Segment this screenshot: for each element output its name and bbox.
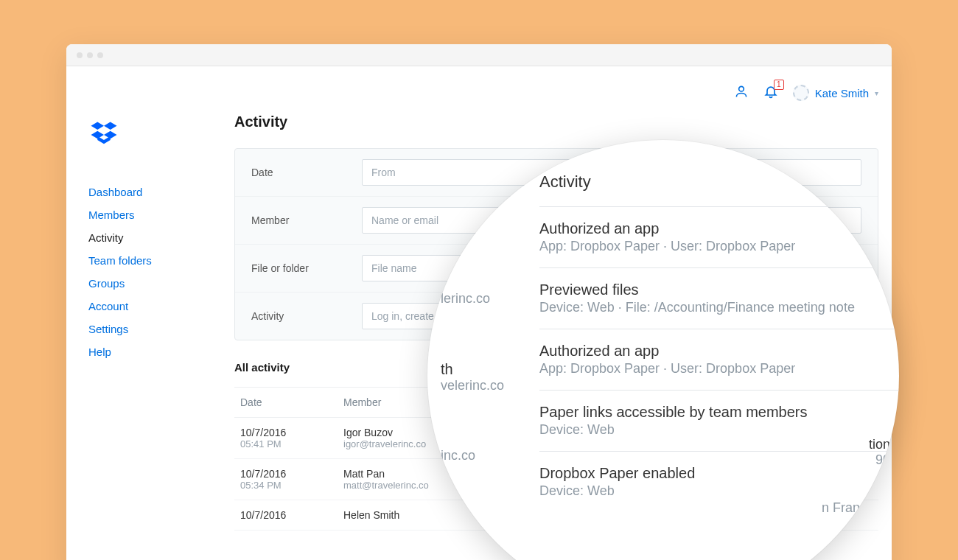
sidebar-item-members[interactable]: Members bbox=[88, 209, 221, 221]
magnifier-item-title: Previewed files bbox=[539, 281, 884, 298]
traffic-dot-close[interactable] bbox=[77, 52, 83, 58]
magnifier-item: Dropbox Paper enabled Device: Web bbox=[539, 451, 899, 512]
col-date: Date bbox=[234, 388, 338, 418]
magnifier-item: Authorized an app App: Dropbox Paper · U… bbox=[539, 329, 899, 390]
magnifier-item-title: Authorized an app bbox=[539, 220, 884, 237]
notification-badge: 1 bbox=[774, 80, 784, 90]
page-title: Activity bbox=[234, 113, 878, 130]
sidebar-item-team-folders[interactable]: Team folders bbox=[88, 254, 221, 267]
filter-activity-label: Activity bbox=[251, 310, 362, 322]
filter-member-label: Member bbox=[251, 214, 362, 226]
window-title-bar bbox=[66, 44, 892, 66]
sidebar: Dashboard Members Activity Team folders … bbox=[66, 66, 221, 560]
sidebar-item-dashboard[interactable]: Dashboard bbox=[88, 186, 221, 198]
row-date: 10/7/2016 bbox=[240, 468, 332, 480]
sidebar-item-account[interactable]: Account bbox=[88, 300, 221, 312]
magnifier-item-title: Authorized an app bbox=[539, 343, 884, 360]
row-time: 05:34 PM bbox=[240, 480, 332, 491]
magnifier-item-title: Paper links accessible by team members bbox=[539, 404, 884, 421]
magnifier-item-sub: App: Dropbox Paper · User: Dropbox Paper bbox=[539, 361, 884, 377]
sidebar-item-help[interactable]: Help bbox=[88, 346, 221, 358]
profile-icon[interactable] bbox=[734, 84, 749, 102]
magnifier-item-title: Dropbox Paper enabled bbox=[539, 465, 884, 482]
sidebar-item-groups[interactable]: Groups bbox=[88, 277, 221, 290]
row-date: 10/7/2016 bbox=[240, 427, 332, 438]
sidebar-item-settings[interactable]: Settings bbox=[88, 323, 221, 335]
filter-file-label: File or folder bbox=[251, 262, 362, 274]
magnifier-item: Previewed files Device: Web · File: /Acc… bbox=[539, 267, 899, 329]
row-member-name: Helen Smith bbox=[343, 509, 472, 521]
traffic-dot-min[interactable] bbox=[87, 52, 93, 58]
avatar-icon bbox=[793, 85, 809, 101]
magnifier-item-sub: Device: Web · File: /Accounting/Finance … bbox=[539, 300, 884, 315]
dropbox-logo-icon bbox=[88, 119, 221, 153]
sidebar-item-activity[interactable]: Activity bbox=[88, 231, 221, 244]
row-time: 05:41 PM bbox=[240, 438, 332, 449]
magnifier-item-sub: Device: Web bbox=[539, 483, 884, 499]
traffic-dot-max[interactable] bbox=[97, 52, 103, 58]
sidebar-nav: Dashboard Members Activity Team folders … bbox=[88, 186, 221, 358]
magnifier-item: Paper links accessible by team members D… bbox=[539, 390, 899, 451]
header-actions: 1 Kate Smith ▾ bbox=[734, 84, 878, 102]
row-date: 10/7/2016 bbox=[240, 509, 332, 521]
filter-date-label: Date bbox=[251, 167, 362, 178]
user-name: Kate Smith bbox=[815, 87, 869, 99]
bell-icon[interactable]: 1 bbox=[763, 84, 778, 102]
magnifier-item-sub: Device: Web bbox=[539, 422, 884, 438]
svg-point-0 bbox=[738, 86, 744, 91]
user-menu[interactable]: Kate Smith ▾ bbox=[793, 85, 878, 101]
magnifier-item-sub: App: Dropbox Paper · User: Dropbox Paper bbox=[539, 239, 884, 254]
chevron-down-icon: ▾ bbox=[875, 89, 878, 97]
